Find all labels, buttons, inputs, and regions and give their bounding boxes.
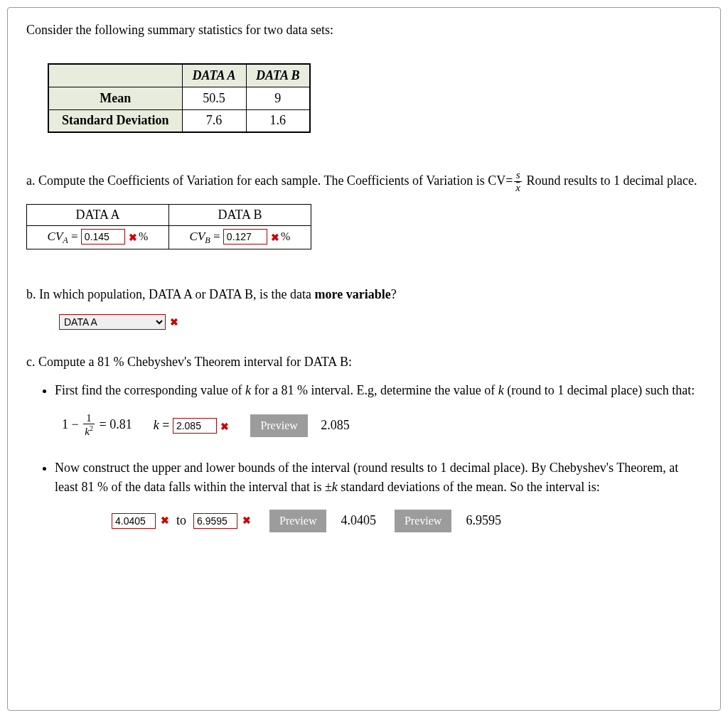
cvb-cv: CV bbox=[190, 230, 205, 243]
cva-sub: A bbox=[63, 235, 68, 245]
cva-input[interactable] bbox=[81, 229, 125, 245]
part-c-heading: c. Compute a 81 % Chebyshev's Theorem in… bbox=[26, 353, 702, 371]
k-preview-group: Preview 2.085 bbox=[250, 414, 349, 437]
upper-input[interactable] bbox=[193, 513, 237, 529]
lhs-frac-num: 1 bbox=[83, 412, 95, 425]
frac-num: s bbox=[514, 169, 522, 182]
sd-b: 1.6 bbox=[246, 109, 310, 132]
part-b-wrong-icon: ✖ bbox=[170, 316, 178, 328]
mean-a: 50.5 bbox=[182, 87, 246, 109]
question-container: Consider the following summary statistic… bbox=[7, 7, 721, 711]
sd-a: 7.6 bbox=[182, 109, 246, 132]
b2-k: k bbox=[332, 480, 338, 494]
row-header-sd: Standard Deviation bbox=[48, 109, 182, 132]
cvb-pct: % bbox=[281, 230, 290, 242]
col-header-a: DATA A bbox=[182, 64, 246, 87]
part-a-suffix: Round results to 1 decimal place. bbox=[523, 173, 697, 188]
cva-eq: = bbox=[71, 230, 81, 243]
k-label: k bbox=[154, 418, 159, 432]
lower-preview-value: 4.0405 bbox=[341, 511, 376, 530]
b2-b: standard deviations of the mean. So the … bbox=[338, 480, 600, 494]
b1-a: First find the corresponding value of bbox=[55, 383, 245, 397]
k-equation-row: 1 − 1k2 = 0.81 k = ✖ Preview 2.085 bbox=[62, 413, 702, 439]
lhs-den-sup: 2 bbox=[90, 424, 93, 432]
cv-answer-table: DATA A DATA B CVA = ✖% CVB = ✖% bbox=[26, 204, 311, 249]
lower-input[interactable] bbox=[112, 513, 156, 529]
part-c-list: First find the corresponding value of k … bbox=[26, 381, 702, 532]
cvb-eq: = bbox=[213, 230, 223, 243]
cv-fraction: sx bbox=[514, 169, 522, 193]
upper-preview-value: 6.9595 bbox=[466, 511, 501, 530]
bullet-1: First find the corresponding value of k … bbox=[55, 381, 702, 439]
lower-wrong-icon: ✖ bbox=[161, 513, 169, 528]
k-preview-button[interactable]: Preview bbox=[250, 414, 307, 437]
cv-col-a: DATA A bbox=[27, 205, 169, 226]
to-label: to bbox=[176, 511, 186, 530]
k-wrong-icon: ✖ bbox=[220, 419, 229, 434]
k-block: k = ✖ bbox=[154, 416, 230, 435]
cva-cv: CV bbox=[48, 230, 63, 243]
cvb-input[interactable] bbox=[223, 229, 267, 245]
part-b-prompt: b. In which population, DATA A or DATA B… bbox=[26, 285, 702, 303]
k-input[interactable] bbox=[173, 418, 217, 434]
lhs: 1 − 1k2 = 0.81 bbox=[62, 413, 132, 439]
mean-b: 9 bbox=[246, 87, 310, 109]
lower-preview-button[interactable]: Preview bbox=[269, 510, 326, 532]
b1-k2: k bbox=[498, 383, 504, 397]
cv-b-cell: CVB = ✖% bbox=[169, 226, 311, 249]
k-preview-value: 2.085 bbox=[321, 418, 350, 432]
lhs-one: 1 bbox=[62, 417, 68, 431]
intro-text: Consider the following summary statistic… bbox=[26, 21, 702, 39]
lhs-equals: = 0.81 bbox=[96, 417, 132, 431]
k-eq: = bbox=[159, 418, 173, 432]
part-a-prompt: a. Compute the Coefficients of Variation… bbox=[26, 170, 702, 194]
cv-a-cell: CVA = ✖% bbox=[27, 226, 169, 249]
xbar: x bbox=[515, 182, 520, 193]
cvb-wrong-icon: ✖ bbox=[271, 232, 279, 244]
lhs-den-k: k bbox=[85, 426, 90, 437]
cva-wrong-icon: ✖ bbox=[129, 232, 137, 244]
part-b-post: ? bbox=[391, 287, 397, 301]
lhs-minus: − bbox=[68, 417, 82, 431]
interval-row: ✖ to ✖ Preview 4.0405 Preview 6.9595 bbox=[112, 510, 702, 532]
b1-c: (round to 1 decimal place) such that: bbox=[504, 383, 695, 397]
b1-b: for a 81 % interval. E.g, determine the … bbox=[251, 383, 498, 397]
summary-table: DATA A DATA B Mean 50.5 9 Standard Devia… bbox=[48, 63, 311, 133]
population-select[interactable]: DATA A bbox=[59, 314, 166, 330]
upper-wrong-icon: ✖ bbox=[242, 513, 251, 528]
part-b-pre: b. In which population, DATA A or DATA B… bbox=[26, 287, 315, 301]
row-header-mean: Mean bbox=[48, 87, 182, 109]
table-corner bbox=[48, 64, 182, 87]
cvb-sub: B bbox=[205, 235, 210, 245]
col-header-b: DATA B bbox=[246, 64, 310, 87]
b1-k1: k bbox=[245, 383, 251, 397]
upper-preview-button[interactable]: Preview bbox=[395, 510, 451, 532]
frac-den: x bbox=[514, 182, 522, 194]
lhs-frac: 1k2 bbox=[83, 412, 95, 438]
cva-pct: % bbox=[139, 230, 148, 242]
bullet-2: Now construct the upper and lower bounds… bbox=[55, 458, 702, 532]
b2-pm: ± bbox=[325, 480, 332, 494]
part-a-prefix: a. Compute the Coefficients of Variation… bbox=[26, 173, 513, 188]
cv-col-b: DATA B bbox=[169, 205, 311, 226]
part-b-bold: more variable bbox=[315, 287, 391, 301]
lhs-frac-den: k2 bbox=[83, 424, 95, 438]
